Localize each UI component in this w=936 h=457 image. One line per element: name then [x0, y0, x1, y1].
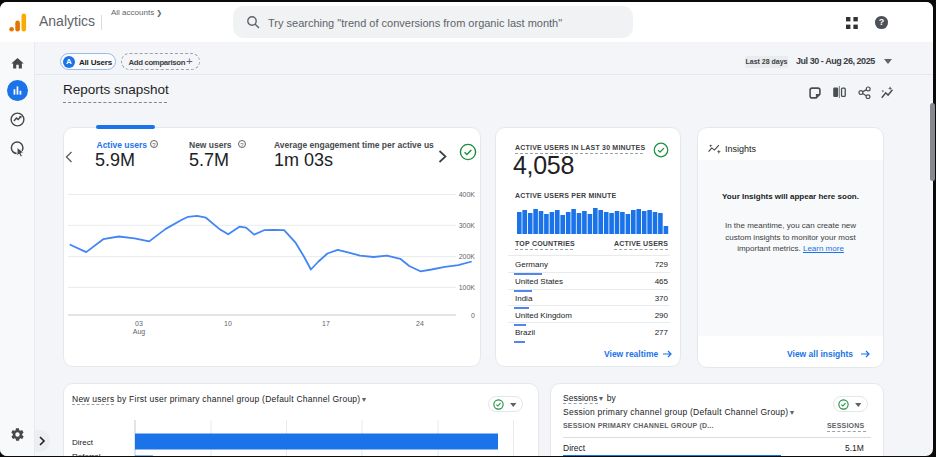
svg-text:200K: 200K	[459, 253, 476, 260]
svg-text:17: 17	[322, 320, 330, 327]
svg-text:Direct: Direct	[72, 438, 94, 447]
svg-text:Aug: Aug	[133, 328, 146, 336]
svg-text:400K: 400K	[459, 191, 476, 198]
svg-text:Referral: Referral	[72, 452, 101, 457]
svg-text:100K: 100K	[459, 284, 476, 291]
svg-text:03: 03	[135, 320, 143, 327]
svg-text:0: 0	[471, 312, 475, 319]
svg-text:300K: 300K	[459, 222, 476, 229]
svg-text:24: 24	[416, 320, 424, 327]
svg-text:10: 10	[224, 320, 232, 327]
